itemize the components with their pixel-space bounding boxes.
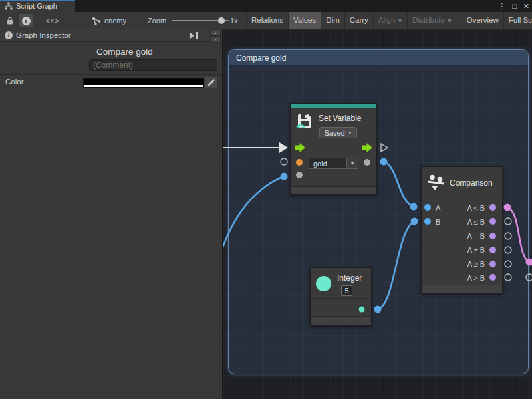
node-header: Integer 5	[311, 268, 371, 299]
save-variable-icon: <>	[295, 112, 314, 130]
zoom-value: 1x	[230, 12, 238, 29]
group-title: Compare gold	[236, 53, 286, 63]
node-header: <> Set Variable Saved ▼	[291, 108, 376, 138]
color-label: Color	[5, 78, 23, 86]
graph-toolbar: i <×> enemy Zoom 1x Relations Values Dim…	[0, 12, 532, 29]
eyedropper-button[interactable]	[205, 77, 217, 88]
tab-accent-line	[0, 0, 75, 1]
dropdown-arrow-icon: ▼	[346, 158, 358, 168]
node-set-variable[interactable]: <> Set Variable Saved ▼ gold ▼	[290, 103, 377, 195]
svg-text:<>: <>	[296, 122, 305, 130]
variable-name-dropdown[interactable]: gold ▼	[309, 158, 358, 169]
window-controls: ⋮ □ ✕	[498, 0, 529, 12]
input-a-label: A	[436, 201, 440, 215]
zoom-slider-handle[interactable]	[218, 17, 225, 24]
breadcrumb-label: enemy	[104, 17, 126, 25]
unity-visual-scripting-window: Script Graph ⋮ □ ✕ i <×> enemy	[0, 0, 532, 399]
breadcrumb[interactable]: enemy	[92, 14, 126, 27]
tab-label: Script Graph	[16, 2, 57, 10]
output-a-eq-b-label: A = B	[467, 229, 485, 243]
node-title: Integer	[337, 273, 362, 283]
node-footer	[291, 186, 376, 194]
dropdown-arrow-icon: ▼	[397, 18, 402, 24]
fullscreen-button[interactable]: Full Screen	[503, 12, 532, 29]
integer-value-input[interactable]: 5	[341, 285, 352, 296]
overview-button[interactable]: Overview	[462, 12, 503, 29]
info-icon: i	[22, 17, 31, 25]
output-a-gt-b-label: A > B	[467, 271, 485, 285]
kebab-menu-icon[interactable]: ⋮	[498, 0, 505, 12]
graph-canvas[interactable]: Compare gold <> Set Variable Saved ▼	[223, 29, 532, 399]
output-a-neq-b-label: A ≠ B	[467, 243, 485, 257]
node-integer[interactable]: Integer 5	[310, 267, 372, 326]
output-a-gte-b-label: A ≥ B	[467, 257, 485, 271]
variable-scope-dropdown[interactable]: Saved ▼	[319, 127, 357, 138]
carry-button[interactable]: Carry	[344, 12, 373, 29]
tab-bar: Script Graph ⋮ □ ✕	[0, 0, 532, 12]
output-a-lte-b-label: A ≤ B	[467, 215, 485, 229]
align-button[interactable]: Align▼	[373, 12, 408, 29]
lock-icon	[6, 16, 14, 25]
dock-panel-icon[interactable]	[189, 31, 200, 40]
tab-script-graph[interactable]: Script Graph	[0, 0, 75, 12]
graph-inspector-header: i Graph Inspector ▲ ▼	[0, 29, 222, 42]
graph-inspector-panel: i Graph Inspector ▲ ▼ Compare gold Color	[0, 29, 223, 399]
dim-button[interactable]: Dim	[321, 12, 344, 29]
panel-scrollbar[interactable]: ▲ ▼	[210, 29, 221, 42]
info-icon: i	[5, 31, 13, 39]
inspector-toggle-button[interactable]: i	[19, 14, 33, 27]
graph-breadcrumb-icon	[92, 17, 101, 25]
values-button[interactable]: Values	[288, 12, 321, 29]
dropdown-arrow-icon: ▼	[447, 18, 452, 24]
group-header[interactable]: Compare gold	[229, 50, 528, 66]
color-swatch[interactable]	[83, 78, 204, 88]
node-footer	[311, 316, 371, 325]
relations-button[interactable]: Relations	[246, 12, 288, 29]
alpha-strip	[84, 85, 203, 87]
input-b-label: B	[436, 215, 440, 229]
script-graph-icon	[5, 2, 13, 10]
code-icon: <×>	[46, 17, 60, 25]
node-header: Comparison	[422, 167, 502, 198]
zoom-label: Zoom	[148, 12, 166, 29]
code-preview-button[interactable]: <×>	[41, 14, 64, 27]
distribute-button[interactable]: Distribute▼	[407, 12, 457, 29]
graph-title: Compare gold	[96, 47, 153, 57]
integer-icon	[316, 276, 331, 291]
eyedropper-icon	[207, 78, 215, 87]
comment-input[interactable]	[89, 59, 217, 71]
divider	[0, 74, 222, 75]
node-comparison[interactable]: Comparison A B A < B A ≤ B A = B A ≠ B A…	[421, 166, 503, 294]
toolbar-buttons: Relations Values Dim Carry Align▼ Distri…	[246, 12, 532, 29]
lock-button[interactable]	[3, 14, 17, 27]
maximize-icon[interactable]: □	[512, 0, 517, 12]
node-footer	[422, 285, 502, 293]
output-a-lt-b-label: A < B	[467, 201, 485, 215]
comparison-scale-icon	[427, 174, 445, 192]
close-icon[interactable]: ✕	[523, 0, 529, 12]
scroll-up-icon[interactable]: ▲	[210, 29, 221, 36]
scroll-down-icon[interactable]: ▼	[210, 36, 221, 43]
graph-inspector-title: Graph Inspector	[16, 31, 70, 39]
node-title: Set Variable	[319, 114, 361, 123]
node-title: Comparison	[450, 178, 493, 188]
dropdown-arrow-icon: ▼	[348, 130, 352, 135]
